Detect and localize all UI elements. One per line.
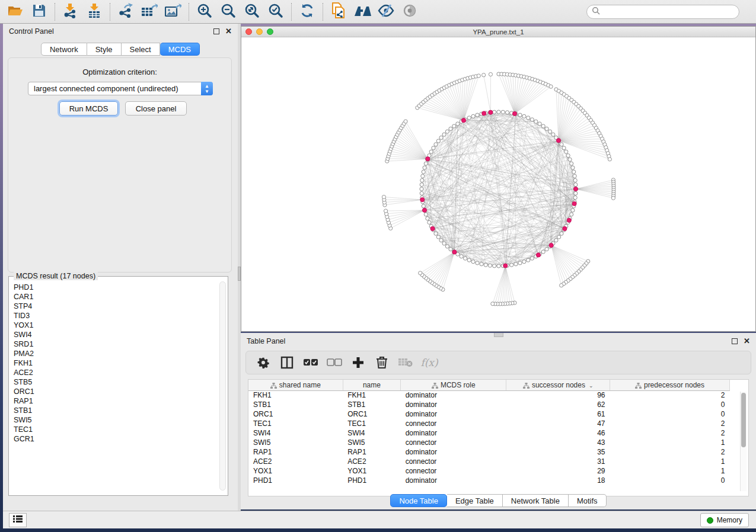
ring-node[interactable] [560, 232, 563, 235]
ring-node[interactable] [436, 139, 440, 143]
select-all-icon[interactable] [302, 354, 320, 371]
list-item[interactable]: SWI5 [14, 415, 213, 425]
mcds-hub-node[interactable] [556, 139, 560, 143]
ring-node[interactable] [522, 114, 526, 118]
table-row[interactable]: TEC1TEC1connector472 [248, 419, 730, 428]
mcds-hub-node[interactable] [572, 201, 576, 206]
ring-node[interactable] [568, 158, 572, 161]
list-item[interactable]: SWI4 [14, 330, 213, 339]
ring-node[interactable] [570, 162, 573, 165]
ring-node[interactable] [476, 113, 479, 117]
import-table-button[interactable] [82, 2, 106, 21]
ring-node[interactable] [564, 150, 568, 153]
ring-node[interactable] [527, 116, 530, 120]
ring-node[interactable] [573, 174, 576, 178]
cell-shared-name[interactable]: SWI4 [248, 428, 343, 438]
list-item[interactable]: ORC1 [14, 387, 213, 396]
cell-successor-nodes[interactable]: 31 [506, 457, 610, 466]
leaf-node[interactable] [491, 302, 495, 306]
add-column-icon[interactable] [349, 354, 367, 371]
list-item[interactable]: CAR1 [14, 292, 213, 302]
tab-node-table[interactable]: Node Table [390, 494, 447, 507]
ring-node[interactable] [538, 122, 541, 126]
cell-shared-name[interactable]: PHD1 [248, 476, 343, 485]
cell-name[interactable]: PHD1 [343, 476, 400, 485]
tab-network[interactable]: Network [41, 43, 87, 56]
ring-node[interactable] [452, 124, 456, 128]
cell-shared-name[interactable]: ACE2 [248, 457, 343, 466]
ring-node[interactable] [442, 242, 446, 245]
clone-network-button[interactable] [327, 2, 350, 21]
unselect-all-icon[interactable] [326, 354, 343, 371]
ring-node[interactable] [493, 264, 496, 268]
ring-node[interactable] [573, 178, 577, 182]
table-row[interactable]: ACE2ACE2connector311 [248, 457, 730, 466]
table-row[interactable]: FKH1FKH1dominator962 [248, 390, 730, 400]
ring-node[interactable] [428, 220, 431, 224]
cell-shared-name[interactable]: RAP1 [248, 447, 343, 457]
network-canvas[interactable] [241, 37, 755, 331]
cell-shared-name[interactable]: SWI5 [248, 438, 343, 447]
import-network-button[interactable] [59, 2, 82, 21]
refresh-button[interactable] [295, 2, 319, 21]
list-item[interactable]: STP4 [14, 302, 213, 311]
ring-node[interactable] [570, 213, 573, 216]
ring-node[interactable] [530, 257, 534, 260]
ring-node[interactable] [424, 162, 428, 165]
tab-select[interactable]: Select [122, 43, 160, 56]
cell-successor-nodes[interactable]: 35 [506, 447, 610, 457]
ring-node[interactable] [456, 122, 460, 126]
mcds-hub-node[interactable] [489, 110, 493, 114]
ring-node[interactable] [551, 133, 555, 136]
ring-node[interactable] [527, 258, 530, 262]
cell-predecessor-nodes[interactable]: 1 [610, 438, 730, 447]
ring-node[interactable] [554, 239, 558, 242]
ring-node[interactable] [488, 264, 492, 267]
cell-mcds-role[interactable]: dominator [401, 476, 506, 485]
ring-node[interactable] [505, 111, 509, 114]
export-network-button[interactable] [114, 2, 138, 21]
float-panel-icon[interactable] [732, 338, 738, 344]
network-graph[interactable] [241, 37, 755, 331]
ring-node[interactable] [571, 209, 575, 212]
cell-predecessor-nodes[interactable]: 0 [610, 409, 730, 419]
cell-shared-name[interactable]: ORC1 [248, 409, 343, 419]
ring-node[interactable] [501, 110, 505, 114]
ring-node[interactable] [445, 130, 449, 133]
memory-button[interactable]: Memory [700, 513, 749, 527]
cell-name[interactable]: YOX1 [343, 466, 400, 476]
mcds-hub-node[interactable] [482, 111, 486, 116]
cell-mcds-role[interactable]: dominator [401, 428, 506, 438]
ring-node[interactable] [420, 191, 423, 195]
ring-node[interactable] [571, 166, 575, 169]
table-row[interactable]: ORC1ORC1dominator610 [248, 409, 730, 419]
list-item[interactable]: STB5 [14, 377, 213, 387]
ring-node[interactable] [566, 153, 570, 157]
column-header-mcds-role[interactable]: MCDS role [401, 380, 506, 390]
ring-node[interactable] [510, 263, 513, 267]
table-row[interactable]: SWI5SWI5connector431 [248, 438, 730, 447]
show-graphics-details-button[interactable] [398, 2, 422, 21]
leaf-node[interactable] [482, 73, 486, 77]
search-box[interactable] [586, 5, 739, 19]
cell-mcds-role[interactable]: connector [401, 466, 506, 476]
cell-mcds-role[interactable]: connector [401, 457, 506, 466]
list-item[interactable]: STB1 [14, 406, 213, 415]
close-panel-icon[interactable]: ✕ [744, 338, 750, 344]
cell-name[interactable]: FKH1 [343, 390, 400, 400]
hide-graphics-details-button[interactable] [374, 2, 398, 21]
leaf-node[interactable] [384, 209, 387, 213]
column-header-shared-name[interactable]: shared name [248, 380, 343, 390]
close-panel-icon[interactable]: ✕ [225, 28, 232, 34]
cell-successor-nodes[interactable]: 46 [506, 428, 610, 438]
cell-predecessor-nodes[interactable]: 1 [610, 457, 730, 466]
ring-node[interactable] [420, 183, 423, 187]
ring-node[interactable] [420, 178, 424, 182]
cell-mcds-role[interactable]: dominator [401, 447, 506, 457]
list-item[interactable]: PHD1 [14, 283, 213, 292]
mcds-hub-node[interactable] [536, 253, 540, 257]
show-columns-icon[interactable] [278, 354, 296, 371]
optimization-select[interactable]: largest connected component (undirected)… [28, 82, 213, 95]
ring-node[interactable] [429, 150, 433, 153]
mcds-hub-node[interactable] [422, 208, 426, 212]
